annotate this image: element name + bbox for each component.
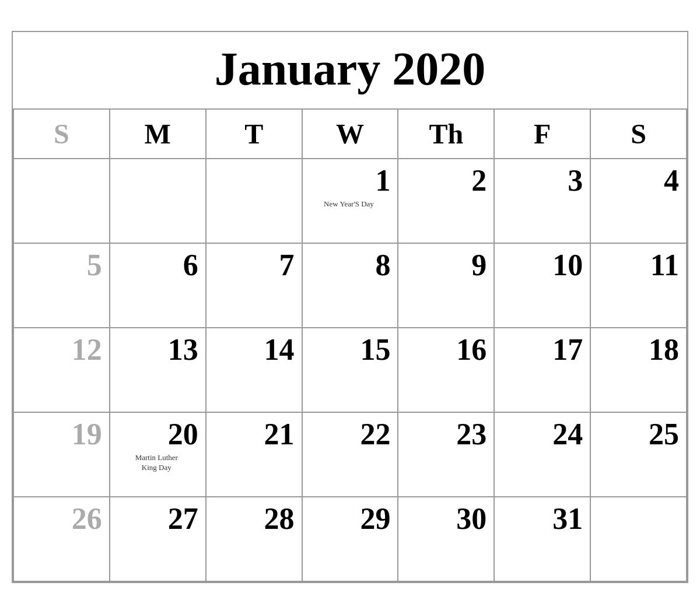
day-cell: 31 <box>495 497 591 582</box>
day-cell: 22 <box>303 413 399 497</box>
day-number: 21 <box>211 417 295 451</box>
day-cell: 17 <box>495 328 591 413</box>
day-cell: 19 <box>14 413 110 497</box>
day-cell: 10 <box>495 244 591 328</box>
day-cell: 4 <box>591 159 687 244</box>
day-number: 9 <box>403 248 487 282</box>
day-number: 14 <box>211 333 295 366</box>
day-number: 4 <box>596 164 679 197</box>
day-number: 20 <box>115 417 198 451</box>
day-number: 24 <box>499 417 583 451</box>
day-cell: 21 <box>206 413 303 497</box>
day-number: 10 <box>499 248 583 282</box>
calendar-grid: SMTWThFS1New Year'S Day23456789101112131… <box>13 110 687 582</box>
holiday-label: Martin Luther King Day <box>115 453 198 473</box>
day-cell: 20Martin Luther King Day <box>110 413 206 497</box>
day-number: 12 <box>19 333 102 366</box>
day-header: Th <box>398 110 495 159</box>
calendar-container: January 2020 SMTWThFS1New Year'S Day2345… <box>12 31 688 583</box>
day-cell: 18 <box>591 328 687 413</box>
day-number: 25 <box>596 417 679 451</box>
day-cell: 28 <box>206 497 303 582</box>
day-number: 30 <box>403 502 487 535</box>
day-cell: 15 <box>303 328 399 413</box>
day-number: 22 <box>307 417 391 451</box>
day-cell: 27 <box>110 497 206 582</box>
day-header: M <box>110 110 206 159</box>
day-number: 2 <box>403 164 487 197</box>
day-number: 29 <box>307 502 391 535</box>
day-number: 13 <box>115 333 198 366</box>
day-number: 31 <box>499 502 583 535</box>
day-number: 23 <box>403 417 487 451</box>
holiday-label: New Year'S Day <box>307 199 391 209</box>
day-number: 28 <box>211 502 295 535</box>
day-number: 27 <box>115 502 198 535</box>
day-number: 6 <box>115 248 198 282</box>
day-cell: 3 <box>495 159 591 244</box>
day-cell: 25 <box>591 413 687 497</box>
day-cell: 12 <box>14 328 110 413</box>
day-cell: 8 <box>303 244 399 328</box>
day-cell <box>14 159 110 244</box>
day-cell: 26 <box>14 497 110 582</box>
day-cell: 6 <box>110 244 206 328</box>
day-number: 11 <box>596 248 679 282</box>
calendar-title: January 2020 <box>13 32 687 110</box>
day-cell <box>591 497 687 582</box>
day-number: 1 <box>307 164 391 197</box>
day-number: 17 <box>499 333 583 366</box>
day-number: 19 <box>19 417 102 451</box>
day-cell: 30 <box>398 497 495 582</box>
day-cell: 2 <box>398 159 495 244</box>
day-number: 5 <box>19 248 102 282</box>
day-cell: 16 <box>398 328 495 413</box>
day-cell <box>206 159 303 244</box>
day-header: T <box>206 110 303 159</box>
day-number: 3 <box>499 164 583 197</box>
day-number: 16 <box>403 333 487 366</box>
day-header: S <box>591 110 687 159</box>
day-number: 15 <box>307 333 391 366</box>
day-cell: 11 <box>591 244 687 328</box>
day-cell: 5 <box>14 244 110 328</box>
day-cell: 14 <box>206 328 303 413</box>
day-cell: 1New Year'S Day <box>303 159 399 244</box>
day-cell: 9 <box>398 244 495 328</box>
day-number: 8 <box>307 248 391 282</box>
day-header: S <box>14 110 110 159</box>
day-number: 18 <box>596 333 679 366</box>
day-cell: 29 <box>303 497 399 582</box>
day-header: F <box>495 110 591 159</box>
day-header: W <box>303 110 399 159</box>
day-number: 26 <box>19 502 102 535</box>
day-number: 7 <box>211 248 295 282</box>
day-cell <box>110 159 206 244</box>
day-cell: 13 <box>110 328 206 413</box>
day-cell: 7 <box>206 244 303 328</box>
day-cell: 24 <box>495 413 591 497</box>
day-cell: 23 <box>398 413 495 497</box>
